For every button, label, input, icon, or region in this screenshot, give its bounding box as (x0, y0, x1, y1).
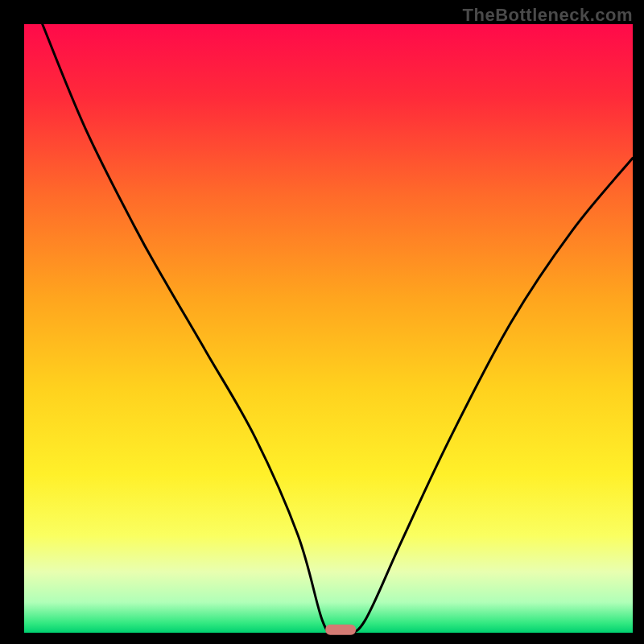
optimal-marker (325, 625, 356, 635)
bottleneck-chart: TheBottleneck.com (0, 0, 644, 644)
watermark-text: TheBottleneck.com (463, 5, 633, 26)
chart-svg (0, 0, 644, 644)
gradient-background (24, 24, 633, 633)
